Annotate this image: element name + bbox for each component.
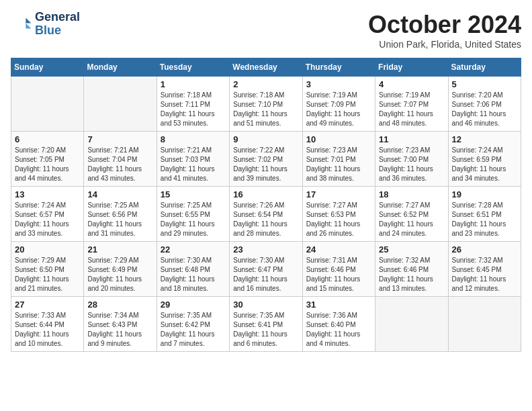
day-info: Sunrise: 7:36 AM Sunset: 6:40 PM Dayligh… [306,311,371,349]
day-number: 28 [87,300,152,310]
month-title: October 2024 [368,11,521,39]
day-info: Sunrise: 7:28 AM Sunset: 6:51 PM Dayligh… [452,201,517,238]
day-info: Sunrise: 7:29 AM Sunset: 6:50 PM Dayligh… [15,256,80,293]
day-info: Sunrise: 7:33 AM Sunset: 6:44 PM Dayligh… [15,311,80,349]
calendar-cell: 29Sunrise: 7:35 AM Sunset: 6:42 PM Dayli… [157,297,229,352]
calendar-cell: 5Sunrise: 7:20 AM Sunset: 7:06 PM Daylig… [448,77,521,132]
day-info: Sunrise: 7:25 AM Sunset: 6:56 PM Dayligh… [87,201,152,238]
calendar-cell [448,297,521,352]
day-info: Sunrise: 7:24 AM Sunset: 6:57 PM Dayligh… [15,201,80,238]
day-info: Sunrise: 7:34 AM Sunset: 6:43 PM Dayligh… [87,311,152,349]
calendar-week-3: 13Sunrise: 7:24 AM Sunset: 6:57 PM Dayli… [11,187,521,242]
day-info: Sunrise: 7:19 AM Sunset: 7:07 PM Dayligh… [379,91,444,128]
day-number: 17 [306,189,371,199]
calendar-cell: 2Sunrise: 7:18 AM Sunset: 7:10 PM Daylig… [230,77,302,132]
day-info: Sunrise: 7:31 AM Sunset: 6:46 PM Dayligh… [306,256,371,293]
day-info: Sunrise: 7:35 AM Sunset: 6:42 PM Dayligh… [161,311,226,349]
day-info: Sunrise: 7:20 AM Sunset: 7:06 PM Dayligh… [452,91,517,128]
calendar-cell: 20Sunrise: 7:29 AM Sunset: 6:50 PM Dayli… [11,242,84,297]
title-block: October 2024 Union Park, Florida, United… [368,11,521,50]
day-number: 29 [161,300,226,310]
day-number: 20 [15,244,80,255]
day-number: 22 [161,244,226,255]
header-sunday: Sunday [11,58,84,77]
header-wednesday: Wednesday [230,58,302,77]
calendar-cell: 26Sunrise: 7:32 AM Sunset: 6:45 PM Dayli… [448,242,521,297]
day-number: 12 [452,134,517,144]
calendar-cell: 21Sunrise: 7:29 AM Sunset: 6:49 PM Dayli… [84,242,157,297]
calendar-header-row: SundayMondayTuesdayWednesdayThursdayFrid… [11,58,521,77]
day-number: 11 [379,134,444,144]
calendar-cell: 10Sunrise: 7:23 AM Sunset: 7:01 PM Dayli… [302,132,375,187]
day-number: 10 [306,134,371,144]
calendar-cell: 31Sunrise: 7:36 AM Sunset: 6:40 PM Dayli… [302,297,375,352]
header-thursday: Thursday [302,58,375,77]
day-info: Sunrise: 7:18 AM Sunset: 7:10 PM Dayligh… [233,91,298,128]
day-number: 25 [379,244,444,255]
day-number: 27 [15,300,80,310]
calendar-cell: 15Sunrise: 7:25 AM Sunset: 6:55 PM Dayli… [157,187,229,242]
location: Union Park, Florida, United States [368,39,521,50]
calendar-cell: 9Sunrise: 7:22 AM Sunset: 7:02 PM Daylig… [230,132,302,187]
day-info: Sunrise: 7:22 AM Sunset: 7:02 PM Dayligh… [233,146,298,183]
day-info: Sunrise: 7:32 AM Sunset: 6:46 PM Dayligh… [379,256,444,293]
calendar-cell: 7Sunrise: 7:21 AM Sunset: 7:04 PM Daylig… [84,132,157,187]
header-monday: Monday [84,58,157,77]
calendar-week-4: 20Sunrise: 7:29 AM Sunset: 6:50 PM Dayli… [11,242,521,297]
header-friday: Friday [375,58,448,77]
day-number: 18 [379,189,444,199]
day-info: Sunrise: 7:23 AM Sunset: 7:01 PM Dayligh… [306,146,371,183]
day-number: 19 [452,189,517,199]
day-info: Sunrise: 7:19 AM Sunset: 7:09 PM Dayligh… [306,91,371,128]
day-number: 6 [15,134,80,144]
calendar-cell: 22Sunrise: 7:30 AM Sunset: 6:48 PM Dayli… [157,242,229,297]
day-info: Sunrise: 7:30 AM Sunset: 6:47 PM Dayligh… [233,256,298,293]
calendar-cell: 11Sunrise: 7:23 AM Sunset: 7:00 PM Dayli… [375,132,448,187]
calendar-week-5: 27Sunrise: 7:33 AM Sunset: 6:44 PM Dayli… [11,297,521,352]
day-number: 3 [306,79,371,89]
day-info: Sunrise: 7:27 AM Sunset: 6:52 PM Dayligh… [379,201,444,238]
day-number: 23 [233,244,298,255]
calendar-cell: 28Sunrise: 7:34 AM Sunset: 6:43 PM Dayli… [84,297,157,352]
calendar-cell: 12Sunrise: 7:24 AM Sunset: 6:59 PM Dayli… [448,132,521,187]
day-number: 13 [15,189,80,199]
calendar-week-1: 1Sunrise: 7:18 AM Sunset: 7:11 PM Daylig… [11,77,521,132]
logo-text-general: General [35,11,80,24]
day-number: 5 [452,79,517,89]
day-number: 31 [306,300,371,310]
day-info: Sunrise: 7:27 AM Sunset: 6:53 PM Dayligh… [306,201,371,238]
header-tuesday: Tuesday [157,58,229,77]
day-info: Sunrise: 7:35 AM Sunset: 6:41 PM Dayligh… [233,311,298,349]
day-info: Sunrise: 7:21 AM Sunset: 7:03 PM Dayligh… [161,146,226,183]
calendar-cell [11,77,84,132]
calendar-week-2: 6Sunrise: 7:20 AM Sunset: 7:05 PM Daylig… [11,132,521,187]
calendar-cell: 24Sunrise: 7:31 AM Sunset: 6:46 PM Dayli… [302,242,375,297]
day-info: Sunrise: 7:21 AM Sunset: 7:04 PM Dayligh… [87,146,152,183]
day-info: Sunrise: 7:26 AM Sunset: 6:54 PM Dayligh… [233,201,298,238]
calendar-cell: 19Sunrise: 7:28 AM Sunset: 6:51 PM Dayli… [448,187,521,242]
day-info: Sunrise: 7:32 AM Sunset: 6:45 PM Dayligh… [452,256,517,293]
calendar-cell: 16Sunrise: 7:26 AM Sunset: 6:54 PM Dayli… [230,187,302,242]
calendar-cell [84,77,157,132]
day-info: Sunrise: 7:25 AM Sunset: 6:55 PM Dayligh… [161,201,226,238]
logo-icon [11,13,32,35]
day-number: 30 [233,300,298,310]
day-info: Sunrise: 7:23 AM Sunset: 7:00 PM Dayligh… [379,146,444,183]
svg-marker-0 [26,17,31,23]
calendar-cell: 23Sunrise: 7:30 AM Sunset: 6:47 PM Dayli… [230,242,302,297]
page-header: General Blue October 2024 Union Park, Fl… [11,11,521,50]
calendar-cell: 4Sunrise: 7:19 AM Sunset: 7:07 PM Daylig… [375,77,448,132]
calendar-cell: 3Sunrise: 7:19 AM Sunset: 7:09 PM Daylig… [302,77,375,132]
header-saturday: Saturday [448,58,521,77]
logo-text-blue: Blue [35,24,80,38]
day-info: Sunrise: 7:29 AM Sunset: 6:49 PM Dayligh… [87,256,152,293]
day-number: 8 [161,134,226,144]
calendar-cell: 1Sunrise: 7:18 AM Sunset: 7:11 PM Daylig… [157,77,229,132]
calendar-cell: 27Sunrise: 7:33 AM Sunset: 6:44 PM Dayli… [11,297,84,352]
day-info: Sunrise: 7:30 AM Sunset: 6:48 PM Dayligh… [161,256,226,293]
calendar-cell: 17Sunrise: 7:27 AM Sunset: 6:53 PM Dayli… [302,187,375,242]
calendar-cell [375,297,448,352]
day-number: 1 [161,79,226,89]
calendar-cell: 6Sunrise: 7:20 AM Sunset: 7:05 PM Daylig… [11,132,84,187]
day-number: 24 [306,244,371,255]
